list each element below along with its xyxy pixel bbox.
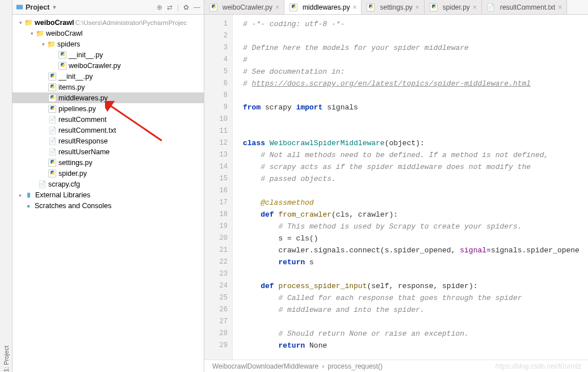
tree-file-middlewares[interactable]: middlewares.py bbox=[12, 92, 204, 103]
close-icon[interactable]: × bbox=[473, 3, 477, 11]
breadcrumb-method[interactable]: process_request() bbox=[327, 362, 383, 370]
tree-file-items[interactable]: items.py bbox=[12, 82, 204, 92]
collapse-icon[interactable]: ⇄ bbox=[167, 3, 173, 11]
tree-file-init2[interactable]: __init__.py bbox=[12, 71, 204, 82]
watermark: https://blog.csdn.net/Krumitz bbox=[495, 362, 581, 370]
tool-tab-label: 1: Project bbox=[3, 11, 10, 372]
editor-tabs: weiboCrawler.py× middlewares.py× setting… bbox=[204, 0, 588, 15]
tree-file-resultresponse[interactable]: resultResponse bbox=[12, 136, 204, 146]
dropdown-arrow-icon: ▼ bbox=[52, 5, 57, 10]
tree-root[interactable]: ▾weiboCrawlC:\Users\Administrator\Pychar… bbox=[12, 17, 204, 28]
tree-file-resultcommenttxt[interactable]: resultComment.txt bbox=[12, 125, 204, 136]
breadcrumb-class[interactable]: WeibocrawlDownloaderMiddleware bbox=[212, 362, 318, 370]
locate-icon[interactable]: ⊕ bbox=[157, 3, 162, 11]
tab-weibocrawler[interactable]: weiboCrawler.py× bbox=[204, 0, 284, 14]
close-icon[interactable]: × bbox=[275, 3, 279, 11]
code-editor[interactable]: 1234568910111213141516171819202122232425… bbox=[204, 15, 588, 360]
gear-icon[interactable]: ✿ bbox=[183, 3, 189, 11]
close-icon[interactable]: × bbox=[352, 3, 356, 11]
close-icon[interactable]: × bbox=[415, 3, 419, 11]
tree-file-resultusername[interactable]: resultUserName bbox=[12, 146, 204, 157]
tree-file-resultcomment[interactable]: resultComment bbox=[12, 114, 204, 125]
code-area[interactable]: # -*- coding: utf-8 -*- # Define here th… bbox=[233, 15, 588, 360]
tab-resultcomment[interactable]: resultComment.txt× bbox=[482, 0, 567, 14]
project-toolbar: Project ▼ ⊕ ⇄ | ✿ — bbox=[12, 0, 204, 15]
close-icon[interactable]: × bbox=[558, 3, 562, 11]
project-icon bbox=[16, 3, 23, 11]
tree-scratches[interactable]: Scratches and Consoles bbox=[12, 200, 204, 211]
tab-settings[interactable]: settings.py× bbox=[362, 0, 424, 14]
tree-file-settings[interactable]: settings.py bbox=[12, 157, 204, 168]
tree-file-init[interactable]: __init__.py bbox=[12, 49, 204, 60]
tree-folder-spiders[interactable]: ▾spiders bbox=[12, 39, 204, 49]
project-title[interactable]: Project bbox=[26, 3, 49, 11]
hide-icon[interactable]: — bbox=[194, 3, 200, 11]
tree-file-scrapycfg[interactable]: scrapy.cfg bbox=[12, 179, 204, 189]
chevron-icon: › bbox=[322, 362, 324, 370]
tree-folder-weibocrawl[interactable]: ▾weiboCrawl bbox=[12, 28, 204, 39]
project-tree[interactable]: ▾weiboCrawlC:\Users\Administrator\Pychar… bbox=[12, 15, 204, 213]
editor-panel: weiboCrawler.py× middlewares.py× setting… bbox=[204, 0, 588, 372]
tab-middlewares[interactable]: middlewares.py× bbox=[284, 0, 362, 15]
tree-external-libs[interactable]: ▸External Libraries bbox=[12, 189, 204, 200]
tool-window-tab[interactable]: 1: Project bbox=[0, 0, 12, 372]
project-panel: Project ▼ ⊕ ⇄ | ✿ — ▾weiboCrawlC:\Users\… bbox=[12, 0, 204, 372]
tree-file-spider[interactable]: spider.py bbox=[12, 168, 204, 179]
tab-spider[interactable]: spider.py× bbox=[425, 0, 482, 14]
tree-file-weibocrawler[interactable]: weiboCrawler.py bbox=[12, 60, 204, 71]
gutter: 1234568910111213141516171819202122232425… bbox=[204, 15, 233, 360]
svg-rect-0 bbox=[16, 5, 23, 9]
tree-file-pipelines[interactable]: pipelines.py bbox=[12, 103, 204, 114]
